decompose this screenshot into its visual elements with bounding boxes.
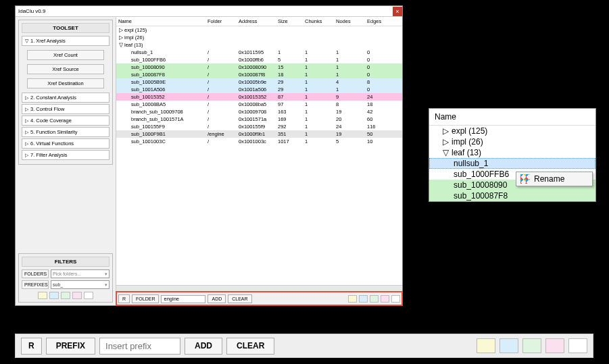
add-button[interactable]: ADD: [208, 294, 226, 303]
color-swatch[interactable]: [61, 292, 70, 299]
table-row[interactable]: sub_1000FFB6/0x1000ffb65110: [116, 56, 402, 63]
clear-button[interactable]: CLEAR: [226, 338, 274, 355]
rename-icon: [520, 174, 530, 184]
folders-label: FOLDERS: [22, 269, 49, 278]
chevron-right-icon: ▷: [25, 130, 28, 135]
chevron-right-icon: ▷: [25, 141, 28, 147]
window-title: IdaClu v0.9: [18, 8, 45, 14]
prefixes-select[interactable]: sub_ ▾: [51, 280, 109, 289]
toolset-item[interactable]: Xref Source: [27, 64, 104, 74]
chevron-right-icon: ▷: [25, 153, 28, 158]
folder-button[interactable]: FOLDER: [132, 294, 159, 303]
color-swatch[interactable]: [72, 292, 82, 299]
table-row[interactable]: sub_10008090/0x1000809015110: [116, 63, 402, 71]
tree-node[interactable]: ▽leaf (13): [429, 147, 595, 158]
chevron-right-icon: ▷: [25, 107, 28, 112]
color-swatch[interactable]: [568, 338, 587, 353]
toolset-panel: TOOLSET ▽1. Xref AnalysisXref CountXref …: [18, 20, 113, 165]
tree-node[interactable]: ▷expl (125): [429, 126, 595, 136]
toolset-section[interactable]: ▷3. Control Flow: [22, 104, 109, 114]
chevron-right-icon: ▷: [25, 118, 28, 124]
tree-panel: Name ▷expl (125)▷impl (26)▽leaf (13)null…: [429, 108, 596, 202]
table-row[interactable]: sub_10005B9E/0x10005b9e29148: [116, 78, 402, 86]
col-nodes[interactable]: Nodes: [334, 18, 365, 24]
folders-select[interactable]: Pick folders... ▾: [51, 269, 109, 278]
r-button[interactable]: R: [21, 338, 42, 355]
color-swatch[interactable]: [500, 338, 518, 353]
folder-input[interactable]: [161, 295, 205, 303]
color-swatch[interactable]: [38, 292, 47, 299]
hscrollbar[interactable]: [116, 285, 402, 292]
menu-item-rename[interactable]: Rename: [534, 174, 564, 184]
col-chunks[interactable]: Chunks: [303, 18, 334, 24]
col-edges[interactable]: Edges: [365, 18, 392, 24]
toolset-item[interactable]: Xref Count: [27, 50, 104, 60]
prefix-button[interactable]: PREFIX: [46, 338, 95, 355]
prefix-input[interactable]: [99, 338, 180, 355]
chevron-down-icon: ▾: [105, 271, 107, 277]
group-row[interactable]: ▷expl (125): [116, 26, 402, 34]
toolset-item[interactable]: Xref Destination: [27, 78, 104, 88]
app-window: IdaClu v0.9 × TOOLSET ▽1. Xref AnalysisX…: [15, 5, 403, 306]
group-row[interactable]: ▽leaf (13): [116, 41, 402, 49]
col-addr[interactable]: Address: [237, 18, 276, 24]
table-row[interactable]: sub_1001A506/0x1001a50629110: [116, 86, 402, 93]
chevron-right-icon: ▷: [25, 95, 28, 101]
color-swatch[interactable]: [84, 292, 93, 299]
color-swatch[interactable]: [391, 295, 400, 303]
table-row[interactable]: sub_100155F9/0x100155f9292124116: [116, 123, 402, 130]
table-row[interactable]: sub_1000F9B1/engine0x1000f9b135111950: [116, 130, 402, 138]
toolset-section[interactable]: ▷7. Filter Analysis: [22, 150, 109, 160]
chevron-down-icon: ▽: [25, 38, 28, 44]
chevron-down-icon: ▽: [119, 42, 123, 48]
table-row[interactable]: nullsub_1/0x10115951110: [116, 49, 402, 56]
filters-title: FILTERS: [22, 257, 109, 267]
chevron-down-icon: ▾: [105, 282, 107, 288]
color-swatch[interactable]: [477, 338, 495, 353]
titlebar: IdaClu v0.9 ×: [16, 6, 402, 17]
bottom-bar: R PREFIX ADD CLEAR: [15, 334, 593, 358]
toolset-section[interactable]: ▷4. Code Coverage: [22, 115, 109, 126]
main-area: Name Folder Address Size Chunks Nodes Ed…: [116, 17, 402, 305]
color-swatch[interactable]: [522, 338, 541, 353]
color-swatch[interactable]: [545, 338, 564, 353]
color-swatch[interactable]: [49, 292, 59, 299]
tree-header[interactable]: Name: [429, 109, 595, 126]
table-header: Name Folder Address Size Chunks Nodes Ed…: [116, 17, 402, 26]
color-swatch[interactable]: [348, 295, 357, 303]
table-row[interactable]: branch_sub_10009708/0x1000970816311942: [116, 108, 402, 115]
toolset-section[interactable]: ▷5. Function Similarity: [22, 127, 109, 137]
table-row[interactable]: sub_100087F8/0x100087f818110: [116, 71, 402, 78]
add-button[interactable]: ADD: [185, 338, 222, 355]
r-button[interactable]: R: [118, 294, 130, 303]
sidebar: TOOLSET ▽1. Xref AnalysisXref CountXref …: [16, 17, 116, 305]
chevron-down-icon: ▽: [443, 148, 449, 157]
tree-leaf[interactable]: nullsub_1: [429, 158, 595, 169]
chevron-right-icon: ▷: [119, 27, 123, 33]
color-swatch[interactable]: [359, 295, 368, 303]
table-row[interactable]: sub_1001003C/0x1001003c10171510: [116, 138, 402, 145]
tree-leaf[interactable]: sub_100087F8: [429, 190, 595, 201]
color-swatch[interactable]: [370, 295, 379, 303]
footer-bar: R FOLDER ADD CLEAR: [116, 292, 402, 305]
table-row[interactable]: branch_sub_1001571A/0x1001571a16912060: [116, 115, 402, 123]
col-size[interactable]: Size: [276, 18, 303, 24]
table-row[interactable]: sub_10015352/0x10015352871924: [116, 93, 402, 101]
context-menu[interactable]: Rename: [516, 172, 593, 186]
table-row[interactable]: sub_10008BA5/0x10008ba5971818: [116, 101, 402, 108]
col-folder[interactable]: Folder: [205, 18, 237, 24]
toolset-title: TOOLSET: [22, 23, 109, 33]
close-icon[interactable]: ×: [393, 7, 402, 16]
clear-button[interactable]: CLEAR: [228, 294, 251, 303]
filters-panel: FILTERS FOLDERS Pick folders... ▾ PREFIX…: [18, 253, 113, 303]
col-name[interactable]: Name: [116, 18, 205, 24]
toolset-section[interactable]: ▷6. Virtual Functions: [22, 138, 109, 149]
tree-node[interactable]: ▷impl (26): [429, 136, 595, 147]
chevron-right-icon: ▷: [443, 137, 449, 147]
group-row[interactable]: ▷impl (26): [116, 34, 402, 41]
toolset-section[interactable]: ▽1. Xref Analysis: [22, 36, 109, 46]
prefixes-label: PREFIXES: [22, 280, 49, 289]
toolset-section[interactable]: ▷2. Constant Analysis: [22, 93, 109, 103]
chevron-right-icon: ▷: [119, 34, 123, 41]
color-swatch[interactable]: [381, 295, 389, 303]
